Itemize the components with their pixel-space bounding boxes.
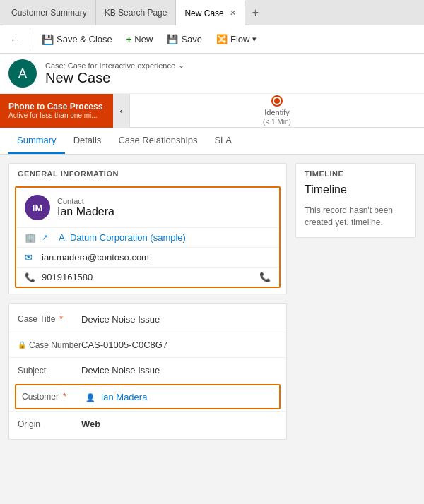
customer-value[interactable]: 👤 Ian Madera — [86, 392, 273, 402]
step-identify-label: Identify — [264, 108, 289, 116]
contact-phone: 9019161580 — [42, 272, 254, 282]
case-title-required: * — [59, 314, 63, 324]
save-close-label: Save & Close — [57, 34, 112, 44]
origin-value: Web — [81, 419, 278, 429]
process-stage-title: Phone to Case Process — [8, 102, 105, 112]
tab-case-relationships-label: Case Relationships — [118, 135, 197, 145]
new-label: New — [134, 34, 153, 44]
flow-icon: 🔀 — [216, 34, 228, 44]
flow-dropdown-icon: ▾ — [252, 35, 257, 44]
customer-row: Customer * 👤 Ian Madera — [15, 384, 281, 409]
breadcrumb-chevron-icon: ⌄ — [178, 61, 184, 70]
process-stage-sub: Active for less than one mi... — [8, 112, 105, 119]
tab-summary-label: Summary — [17, 135, 57, 145]
contact-phone-row: 📞 9019161580 📞 — [16, 267, 279, 287]
tab-new-case[interactable]: New Case ✕ — [176, 0, 245, 25]
save-close-icon: 💾 — [42, 34, 54, 45]
breadcrumb-text: Case: Case for Interactive experience — [45, 61, 175, 70]
tab-summary[interactable]: Summary — [8, 128, 65, 154]
timeline-card: TIMELINE Timeline This record hasn't bee… — [295, 163, 416, 238]
save-label: Save — [181, 34, 202, 44]
contact-avatar: IM — [25, 195, 50, 220]
tab-customer-summary-label: Customer Summary — [11, 8, 87, 18]
customer-icon: 👤 — [86, 393, 95, 402]
company-link[interactable]: A. Datum Corporation (sample) — [59, 232, 186, 243]
toolbar-separator-1 — [30, 32, 30, 47]
contact-label: Contact — [57, 197, 271, 205]
origin-row: Origin Web — [9, 411, 286, 436]
tab-kb-search-page[interactable]: KB Search Page — [96, 0, 177, 25]
timeline-heading: Timeline — [296, 181, 415, 202]
case-number-row: 🔒 Case Number CAS-01005-C0C8G7 — [9, 332, 286, 357]
timeline-section-title: TIMELINE — [296, 164, 415, 181]
subject-label: Subject — [18, 366, 81, 376]
subject-value[interactable]: Device Noise Issue — [81, 365, 278, 376]
contact-card: IM Contact Ian Madera 🏢 ↗ A. Datum Corpo… — [15, 186, 281, 288]
general-info-section-title: GENERAL INFORMATION — [9, 164, 286, 181]
contact-email: ian.madera@contoso.com — [42, 252, 271, 263]
content-area: GENERAL INFORMATION IM Contact Ian Mader… — [0, 155, 424, 502]
header-avatar-initials: A — [18, 66, 27, 81]
flow-button[interactable]: 🔀 Flow ▾ — [211, 31, 262, 47]
customer-required: * — [63, 392, 66, 402]
process-steps: Identify (< 1 Min) — [130, 95, 424, 126]
save-close-button[interactable]: 💾 Save & Close — [36, 31, 118, 48]
tab-customer-summary[interactable]: Customer Summary — [3, 0, 96, 25]
contact-name: Ian Madera — [57, 205, 271, 218]
toolbar: ← 💾 Save & Close + New 💾 Save 🔀 Flow ▾ — [0, 25, 424, 54]
customer-label: Customer * — [22, 392, 86, 402]
process-collapse-button[interactable]: ‹ — [113, 94, 130, 128]
contact-header: IM Contact Ian Madera — [16, 188, 279, 227]
tab-details[interactable]: Details — [65, 128, 110, 154]
case-title-row: Case Title * Device Noise Issue — [9, 306, 286, 332]
form-section: Case Title * Device Noise Issue 🔒 Case N… — [9, 304, 286, 439]
contact-company-row: 🏢 ↗ A. Datum Corporation (sample) — [16, 227, 279, 247]
tab-details-label: Details — [73, 135, 102, 145]
customer-name: Ian Madera — [101, 392, 148, 402]
envelope-icon: ✉ — [25, 252, 36, 263]
add-tab-button[interactable]: + — [245, 6, 266, 19]
save-icon: 💾 — [167, 34, 178, 44]
general-info-card: GENERAL INFORMATION IM Contact Ian Mader… — [8, 163, 287, 294]
new-button[interactable]: + New — [121, 31, 159, 47]
origin-label: Origin — [18, 419, 81, 429]
tab-new-case-label: New Case — [184, 8, 223, 18]
building-icon: 🏢 — [25, 232, 36, 243]
contact-email-row: ✉ ian.madera@contoso.com — [16, 247, 279, 267]
header-text: Case: Case for Interactive experience ⌄ … — [45, 61, 416, 86]
header-avatar: A — [8, 59, 37, 88]
nav-tabs: Summary Details Case Relationships SLA — [0, 128, 424, 155]
tab-sla-label: SLA — [214, 135, 232, 145]
content-right: TIMELINE Timeline This record hasn't bee… — [295, 163, 416, 493]
link-icon: ↗ — [42, 233, 53, 242]
new-icon: + — [126, 34, 132, 44]
flow-label: Flow — [230, 34, 249, 44]
case-number-label: 🔒 Case Number — [18, 340, 81, 350]
call-action-icon[interactable]: 📞 — [259, 272, 271, 282]
save-button[interactable]: 💾 Save — [161, 31, 208, 47]
contact-info-block: Contact Ian Madera — [57, 197, 271, 218]
breadcrumb[interactable]: Case: Case for Interactive experience ⌄ — [45, 61, 416, 70]
contact-avatar-initials: IM — [33, 203, 42, 213]
close-tab-icon[interactable]: ✕ — [230, 8, 236, 18]
form-card: Case Title * Device Noise Issue 🔒 Case N… — [8, 303, 287, 440]
step-identify-time: (< 1 Min) — [263, 118, 291, 126]
tab-case-relationships[interactable]: Case Relationships — [110, 128, 206, 154]
phone-icon: 📞 — [25, 272, 36, 282]
process-step-identify: Identify (< 1 Min) — [263, 95, 291, 126]
process-bar: Phone to Case Process Active for less th… — [0, 94, 424, 128]
page-header: A Case: Case for Interactive experience … — [0, 54, 424, 94]
case-number-value: CAS-01005-C0C8G7 — [81, 340, 278, 350]
back-button[interactable]: ← — [6, 31, 24, 48]
lock-icon: 🔒 — [18, 341, 26, 349]
timeline-empty-text: This record hasn't been created yet. tim… — [296, 202, 415, 237]
step-circle-identify — [271, 95, 283, 107]
case-title-label: Case Title * — [18, 314, 81, 324]
collapse-icon: ‹ — [120, 107, 123, 115]
tab-bar: Customer Summary KB Search Page New Case… — [0, 0, 424, 25]
page-title: New Case — [45, 70, 416, 86]
case-title-value[interactable]: Device Noise Issue — [81, 314, 278, 325]
tab-kb-search-page-label: KB Search Page — [105, 8, 167, 18]
tab-sla[interactable]: SLA — [206, 128, 240, 154]
content-left: GENERAL INFORMATION IM Contact Ian Mader… — [8, 163, 287, 493]
